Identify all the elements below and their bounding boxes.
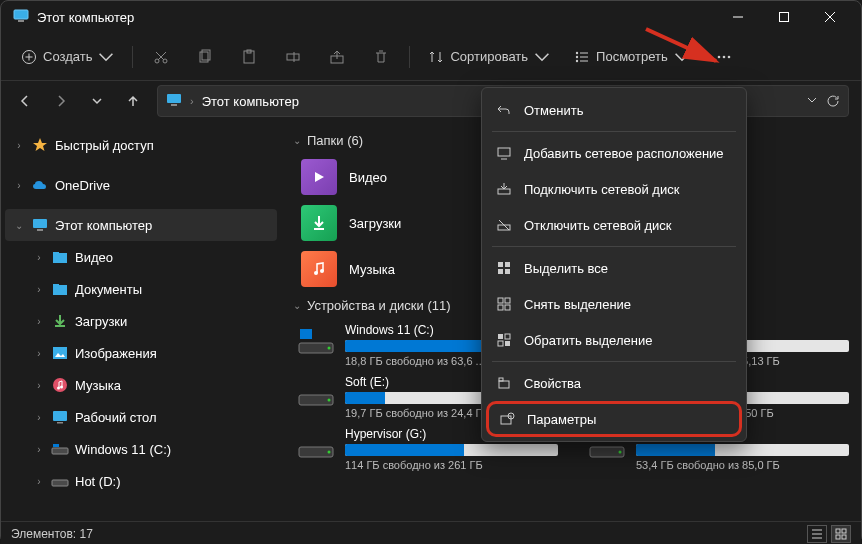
sidebar-item-documents[interactable]: ›Документы: [5, 273, 277, 305]
cut-button[interactable]: [141, 39, 181, 75]
address-end: [806, 94, 840, 108]
svg-point-52: [328, 347, 331, 350]
sidebar-label: Изображения: [75, 346, 157, 361]
svg-rect-0: [14, 10, 28, 19]
new-button[interactable]: Создать: [11, 39, 124, 75]
picture-icon: [51, 344, 69, 362]
titlebar-left: Этот компьютер: [9, 9, 134, 25]
downloads-folder-icon: [301, 205, 337, 241]
svg-rect-32: [37, 229, 43, 231]
svg-rect-79: [498, 298, 503, 303]
new-label: Создать: [43, 49, 92, 64]
sidebar-item-desktop[interactable]: ›Рабочий стол: [5, 401, 277, 433]
select-all-icon: [496, 260, 512, 276]
disconnect-drive-icon: [496, 217, 512, 233]
rename-button[interactable]: [273, 39, 313, 75]
context-menu: Отменить Добавить сетевое расположение П…: [481, 87, 747, 442]
separator: [132, 46, 133, 68]
ctx-item-select-all[interactable]: Выделить все: [486, 250, 742, 286]
svg-rect-86: [505, 341, 510, 346]
network-add-icon: [496, 145, 512, 161]
sort-button[interactable]: Сортировать: [418, 39, 560, 75]
tiles-view-button[interactable]: [831, 525, 851, 543]
drives-header-label: Устройства и диски (11): [307, 298, 451, 313]
drive-icon: [51, 440, 69, 458]
svg-point-62: [619, 451, 622, 454]
ctx-label: Обратить выделение: [524, 333, 652, 348]
ctx-item-options[interactable]: Параметры: [486, 401, 742, 437]
sidebar-label: Видео: [75, 250, 113, 265]
copy-button[interactable]: [185, 39, 225, 75]
sidebar-label: OneDrive: [55, 178, 110, 193]
delete-button[interactable]: [361, 39, 401, 75]
forward-button[interactable]: [45, 85, 77, 117]
svg-rect-17: [287, 54, 299, 60]
sidebar-label: Документы: [75, 282, 142, 297]
svg-rect-43: [57, 422, 63, 424]
sidebar-item-drive-c[interactable]: ›Windows 11 (C:): [5, 433, 277, 465]
sidebar-item-quick-access[interactable]: › Быстрый доступ: [5, 129, 277, 161]
separator: [492, 361, 736, 362]
sidebar-item-onedrive[interactable]: › OneDrive: [5, 169, 277, 201]
ctx-item-properties[interactable]: Свойства: [486, 365, 742, 401]
share-button[interactable]: [317, 39, 357, 75]
svg-rect-44: [52, 448, 68, 454]
svg-rect-3: [780, 13, 789, 22]
chevron-right-icon: ›: [33, 252, 45, 263]
refresh-icon[interactable]: [826, 94, 840, 108]
close-button[interactable]: [807, 1, 853, 33]
up-button[interactable]: [117, 85, 149, 117]
ctx-item-deselect[interactable]: Снять выделение: [486, 286, 742, 322]
sidebar-item-downloads[interactable]: ›Загрузки: [5, 305, 277, 337]
sidebar-label: Windows 11 (C:): [75, 442, 171, 457]
svg-rect-36: [53, 284, 59, 286]
chevron-down-icon[interactable]: [806, 94, 818, 106]
music-folder-icon: [301, 251, 337, 287]
svg-rect-81: [498, 305, 503, 310]
chevron-right-icon: ›: [33, 380, 45, 391]
ctx-item-add-network-loc[interactable]: Добавить сетевое расположение: [486, 135, 742, 171]
drive-icon: [51, 472, 69, 490]
desktop-icon: [51, 408, 69, 426]
sidebar: › Быстрый доступ › OneDrive ⌄ Этот компь…: [1, 121, 281, 521]
chevron-right-icon: ›: [33, 412, 45, 423]
invert-selection-icon: [496, 332, 512, 348]
maximize-button[interactable]: [761, 1, 807, 33]
folder-label: Музыка: [349, 262, 395, 277]
drive-icon: [297, 429, 335, 459]
svg-rect-82: [505, 305, 510, 310]
sidebar-item-drive-d[interactable]: ›Hot (D:): [5, 465, 277, 497]
back-button[interactable]: [9, 85, 41, 117]
svg-point-22: [576, 59, 578, 61]
paste-button[interactable]: [229, 39, 269, 75]
svg-point-41: [60, 386, 63, 389]
sidebar-label: Этот компьютер: [55, 218, 152, 233]
svg-rect-46: [52, 480, 68, 486]
ctx-item-disconnect-drive[interactable]: Отключить сетевой диск: [486, 207, 742, 243]
sidebar-label: Hot (D:): [75, 474, 121, 489]
ctx-label: Отменить: [524, 103, 583, 118]
ctx-item-invert-selection[interactable]: Обратить выделение: [486, 322, 742, 358]
sidebar-item-this-pc[interactable]: ⌄ Этот компьютер: [5, 209, 277, 241]
chevron-down-icon: ⌄: [293, 300, 301, 311]
folder-icon: [51, 248, 69, 266]
recent-dropdown[interactable]: [81, 85, 113, 117]
ctx-item-undo[interactable]: Отменить: [486, 92, 742, 128]
sidebar-item-music[interactable]: ›Музыка: [5, 369, 277, 401]
ctx-item-map-drive[interactable]: Подключить сетевой диск: [486, 171, 742, 207]
details-view-button[interactable]: [807, 525, 827, 543]
svg-point-49: [320, 269, 324, 273]
sort-label: Сортировать: [450, 49, 528, 64]
drive-icon: [297, 325, 335, 355]
svg-point-39: [53, 378, 67, 392]
chevron-right-icon: ›: [13, 140, 25, 151]
separator: [492, 246, 736, 247]
svg-rect-70: [498, 148, 510, 156]
plus-circle-icon: [21, 49, 37, 65]
sidebar-item-pictures[interactable]: ›Изображения: [5, 337, 277, 369]
svg-rect-83: [498, 334, 503, 339]
sidebar-item-videos[interactable]: ›Видео: [5, 241, 277, 273]
copy-icon: [197, 49, 213, 65]
folder-label: Загрузки: [349, 216, 401, 231]
video-folder-icon: [301, 159, 337, 195]
